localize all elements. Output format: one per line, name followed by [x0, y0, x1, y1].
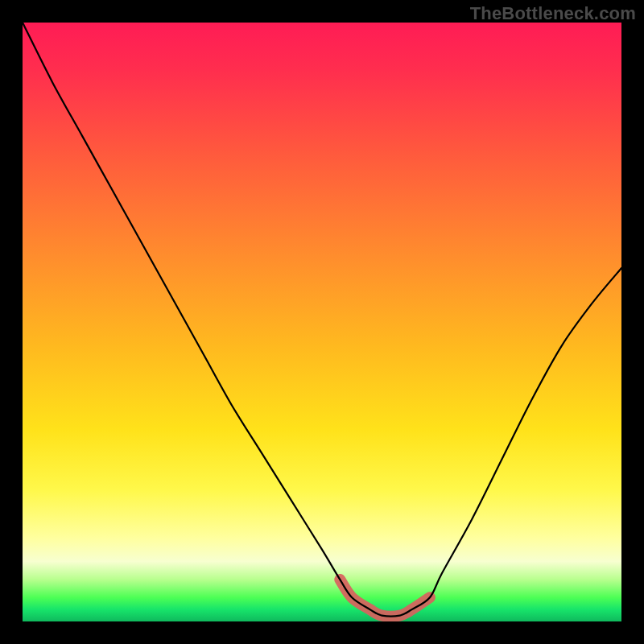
chart-frame: TheBottleneck.com — [0, 0, 644, 644]
curve-layer — [23, 23, 621, 621]
plot-area — [23, 23, 621, 621]
bottleneck-curve-line — [23, 23, 621, 617]
watermark-text: TheBottleneck.com — [470, 3, 636, 24]
